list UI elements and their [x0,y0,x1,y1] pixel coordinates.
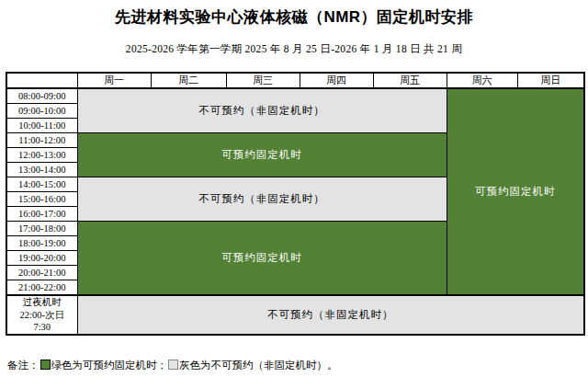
schedule-table: 周一 周二 周三 周四 周五 周六 周日 08:00-09:00 不可预约（非固… [6,72,585,336]
time-slot-0900: 09:00-10:00 [6,104,77,119]
table-row: 08:00-09:00 不可预约（非固定机时） 可预约固定机时 [6,88,584,104]
day-header-sun: 周日 [517,73,584,88]
day-header-wed: 周三 [226,73,300,88]
legend-green-label: 绿色为可预约固定机时； [51,360,168,371]
time-slot-1600: 16:00-17:00 [6,207,77,222]
time-slot-1400: 14:00-15:00 [6,177,77,192]
time-slot-1300: 13:00-14:00 [6,163,77,177]
block-weekday-evening-available: 可预约固定机时 [77,222,447,296]
day-header-thu: 周四 [300,73,373,88]
legend-gray-label: 灰色为不可预约（非固定机时）。 [179,360,338,371]
day-header-fri: 周五 [373,73,447,88]
time-slot-1700: 17:00-18:00 [6,222,77,236]
legend-prefix: 备注： [7,360,40,371]
block-weekday-afternoon-unavailable: 不可预约（非固定机时） [77,177,447,222]
day-header-sat: 周六 [447,73,517,88]
block-weekday-morning-unavailable: 不可预约（非固定机时） [77,88,447,133]
overnight-time-label: 过夜机时 22:00-次日 7:30 [6,295,77,335]
overnight-row: 过夜机时 22:00-次日 7:30 不可预约（非固定机时） [6,295,584,335]
time-slot-0800: 08:00-09:00 [6,88,77,104]
legend-note: 备注：绿色为可预约固定机时；灰色为不可预约（非固定机时）。 [7,359,338,372]
schedule-page: 先进材料实验中心液体核磁（NMR）固定机时安排 2025-2026 学年第一学期… [0,0,588,377]
block-weekend-available: 可预约固定机时 [447,88,584,295]
page-title: 先进材料实验中心液体核磁（NMR）固定机时安排 [0,0,588,28]
block-overnight-unavailable: 不可预约（非固定机时） [77,295,584,335]
table-header-row: 周一 周二 周三 周四 周五 周六 周日 [6,73,584,88]
time-slot-1900: 19:00-20:00 [6,251,77,266]
time-slot-1800: 18:00-19:00 [6,236,77,251]
gray-swatch-icon [168,360,178,370]
page-subtitle: 2025-2026 学年第一学期 2025 年 8 月 25 日-2026 年 … [0,28,588,56]
overnight-line-3: 7:30 [7,321,77,334]
block-weekday-midday-available: 可预约固定机时 [77,133,447,177]
time-slot-1000: 10:00-11:00 [6,119,77,133]
time-slot-1500: 15:00-16:00 [6,192,77,207]
day-header-mon: 周一 [77,73,151,88]
time-slot-2000: 20:00-21:00 [6,266,77,280]
overnight-line-2: 22:00-次日 [7,309,77,322]
day-header-tue: 周二 [151,73,226,88]
green-swatch-icon [40,360,51,370]
time-slot-1100: 11:00-12:00 [6,133,77,148]
overnight-line-1: 过夜机时 [7,296,77,309]
time-slot-1200: 12:00-13:00 [6,148,77,163]
corner-cell [6,73,77,88]
time-slot-2100: 21:00-22:00 [6,280,77,296]
